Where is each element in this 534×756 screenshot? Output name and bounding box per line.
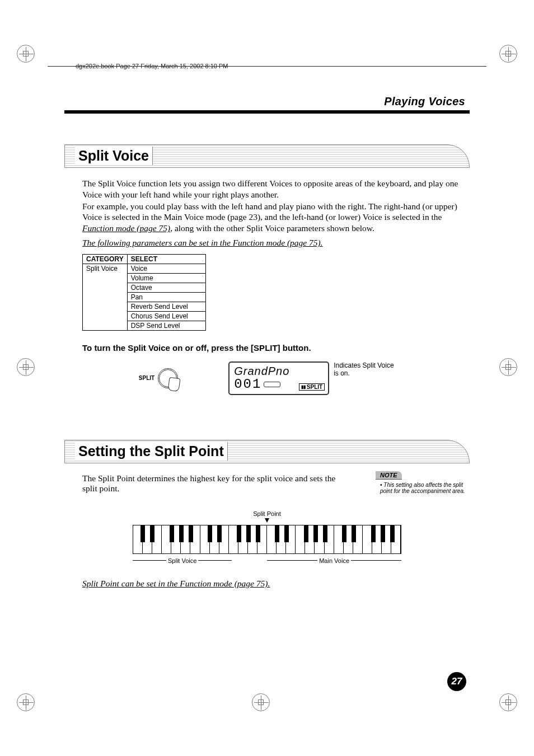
text: For example, you could play bass with th… bbox=[82, 201, 457, 222]
crop-mark-icon bbox=[499, 45, 517, 63]
keyboard-figure: Split Point Split Voice Main Voice bbox=[133, 510, 401, 564]
doc-header: dgx202e.book Page 27 Friday, March 15, 2… bbox=[76, 63, 228, 69]
lcd-split-text: SPLIT bbox=[307, 384, 322, 390]
lcd-split-indicator: ▮▮ SPLIT bbox=[299, 383, 325, 391]
split-button-label: SPLIT bbox=[139, 375, 154, 381]
section-title: Setting the Split Point bbox=[75, 442, 228, 461]
hand-icon bbox=[168, 377, 181, 392]
cell-select: Chorus Send Level bbox=[127, 311, 205, 321]
chapter-bar bbox=[64, 110, 470, 114]
page-number: 27 bbox=[447, 672, 466, 691]
cell-select: Pan bbox=[127, 292, 205, 302]
crop-mark-icon bbox=[17, 358, 35, 376]
chapter-title: Playing Voices bbox=[64, 95, 465, 108]
label-text: Split Voice bbox=[168, 557, 196, 564]
crop-mark-icon bbox=[499, 358, 517, 376]
col-header-select: SELECT bbox=[127, 254, 205, 264]
lcd-number: 001 bbox=[234, 378, 261, 391]
cell-category: Split Voice bbox=[83, 264, 128, 330]
cell-select: Reverb Send Level bbox=[127, 302, 205, 311]
section-title: Split Voice bbox=[75, 147, 153, 165]
col-header-category: CATEGORY bbox=[83, 254, 128, 264]
section-heading-bg: Setting the Split Point bbox=[64, 440, 470, 463]
crop-mark-icon bbox=[17, 45, 35, 63]
paragraph: The Split Voice function lets you assign… bbox=[82, 178, 466, 200]
keyboard-diagram bbox=[133, 525, 401, 554]
crop-mark-icon bbox=[17, 693, 35, 711]
note-text: This setting also affects the split poin… bbox=[376, 482, 471, 494]
function-mode-note: The following parameters can be set in t… bbox=[82, 237, 466, 248]
body-text: The Split Voice function lets you assign… bbox=[82, 178, 466, 248]
keyboard-left-label: Split Voice bbox=[133, 557, 232, 564]
lcd-voice-name: GrandPno bbox=[234, 365, 324, 378]
link-function-mode[interactable]: Function mode (page 75) bbox=[82, 223, 170, 233]
split-button-icon bbox=[158, 368, 178, 388]
cell-select: Octave bbox=[127, 283, 205, 292]
crop-mark-icon bbox=[499, 693, 517, 711]
cell-select: Volume bbox=[127, 273, 205, 283]
lcd-icon bbox=[264, 382, 280, 387]
cell-select: Voice bbox=[127, 264, 205, 273]
cell-select: DSP Send Level bbox=[127, 321, 205, 330]
link-function-mode[interactable]: Split Point can be set in the Function m… bbox=[82, 579, 470, 589]
section-split-voice: Split Voice The Split Voice function let… bbox=[64, 144, 470, 395]
split-button-figure: SPLIT bbox=[139, 368, 178, 388]
paragraph: For example, you could play bass with th… bbox=[82, 201, 466, 234]
split-point-label: Split Point bbox=[133, 510, 401, 517]
label-text: Main Voice bbox=[319, 557, 349, 564]
section-split-point: Setting the Split Point The Split Point … bbox=[64, 440, 470, 589]
lcd-display: GrandPno 001 ▮▮ SPLIT bbox=[228, 361, 329, 395]
keyboard-right-label: Main Voice bbox=[267, 557, 401, 564]
text: , along with the other Split Voice param… bbox=[170, 223, 374, 233]
arrow-down-icon bbox=[265, 518, 269, 523]
note-box: NOTE This setting also affects the split… bbox=[376, 471, 471, 494]
lcd-caption: Indicates Split Voice is on. bbox=[334, 361, 395, 377]
crop-mark-icon bbox=[252, 693, 270, 711]
note-label: NOTE bbox=[376, 471, 402, 480]
section-heading-bg: Split Voice bbox=[64, 144, 470, 168]
paragraph: The Split Point determines the highest k… bbox=[82, 473, 351, 494]
parameters-table: CATEGORY SELECT Split Voice Voice Volume… bbox=[82, 254, 206, 331]
figure-row: SPLIT GrandPno 001 ▮▮ SPLIT bbox=[64, 361, 470, 395]
instruction-text: To turn the Split Voice on or off, press… bbox=[82, 343, 470, 353]
